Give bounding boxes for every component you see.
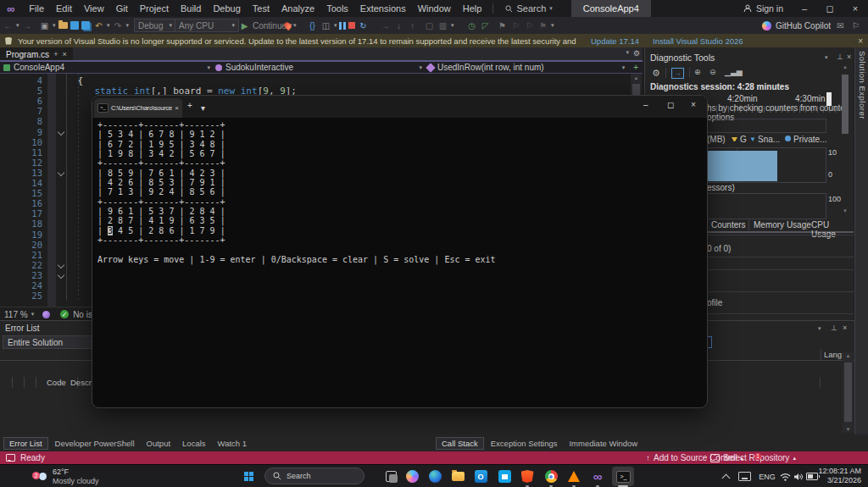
menu-project[interactable]: Project xyxy=(134,0,175,17)
microsoft-store-icon[interactable] xyxy=(494,465,515,487)
clock[interactable]: 12:08:21 AM 3/21/2026 xyxy=(818,467,861,485)
task-view-button[interactable] xyxy=(381,465,401,487)
terminal-window[interactable]: >_ C:\Users\Charo\source\repos\ × + ▾ – … xyxy=(92,95,708,408)
tool-icon[interactable]: ▢ xyxy=(424,20,435,31)
diagnostics-scrollbar[interactable]: ▲ ▼ xyxy=(840,64,850,217)
solution-explorer-tab[interactable]: Solution Explorer xyxy=(858,51,867,119)
live-property-icon[interactable]: ◸ xyxy=(480,20,491,31)
menu-window[interactable]: Window xyxy=(412,0,457,17)
scope-dropdown[interactable]: Entire Solution▾ xyxy=(3,335,99,349)
select-repository-button[interactable]: Select Repository ▴ xyxy=(710,453,796,462)
copilot-chat-icon[interactable]: ✉ xyxy=(835,20,846,31)
menu-edit[interactable]: Edit xyxy=(50,0,78,17)
clear-bookmarks-icon[interactable]: ⚑ xyxy=(537,20,548,31)
bookmark-icon[interactable]: ⚑ xyxy=(497,20,508,31)
close-tab-icon[interactable]: × xyxy=(175,104,179,112)
sign-in-button[interactable]: Sign in xyxy=(735,3,792,14)
tab-error-list[interactable]: Error List xyxy=(3,437,48,450)
file-explorer-icon[interactable] xyxy=(448,465,468,487)
live-visual-tree-icon[interactable]: ◷ xyxy=(466,20,477,31)
health-check-icon[interactable]: ✓ xyxy=(60,310,69,318)
scroll-up-icon[interactable]: ▲ xyxy=(631,75,642,80)
category-column[interactable] xyxy=(25,377,36,388)
type-dropdown[interactable]: SudokuInteractive ▾ xyxy=(215,63,427,72)
visual-studio-icon[interactable]: ∞ xyxy=(587,465,608,487)
start-button[interactable] xyxy=(239,465,258,487)
zoom-in-icon[interactable]: ⊕ xyxy=(694,68,701,76)
navigate-forward-icon[interactable]: → xyxy=(22,20,33,31)
stop-debugging-icon[interactable] xyxy=(348,22,355,29)
window-position-chevron-icon[interactable]: ▾ xyxy=(818,325,821,332)
terminal-taskbar-button[interactable]: >_ xyxy=(612,467,634,486)
tab-list-chevron-icon[interactable]: ▾ xyxy=(626,49,629,56)
chevron-down-icon[interactable]: ▾ xyxy=(551,22,554,29)
terminal-tab[interactable]: >_ C:\Users\Charo\source\repos\ × xyxy=(94,98,182,118)
chrome-icon[interactable] xyxy=(541,465,561,487)
step-over-icon[interactable]: → xyxy=(380,20,391,31)
menu-tools[interactable]: Tools xyxy=(320,0,354,17)
install-vs2026-link[interactable]: Install Visual Studio 2026 xyxy=(653,36,743,46)
tab-immediate-window[interactable]: Immediate Window xyxy=(564,438,643,449)
widgets-weather-button[interactable]: 2 xyxy=(24,465,49,487)
tab-developer-powershell[interactable]: Developer PowerShell xyxy=(50,438,140,449)
chevron-down-icon[interactable]: ▾ xyxy=(53,22,56,29)
flag-column[interactable] xyxy=(13,377,25,388)
chevron-down-icon[interactable]: ▾ xyxy=(126,22,130,29)
maximize-button[interactable]: ◻ xyxy=(817,0,843,17)
navigate-backward-icon[interactable]: ← xyxy=(3,20,14,31)
member-dropdown[interactable]: UsedInRow(int row, int num) ▾ + xyxy=(427,63,641,72)
configuration-dropdown[interactable]: Debug▾ xyxy=(134,19,176,32)
tab-locals[interactable]: Locals xyxy=(177,438,210,449)
outlook-icon[interactable]: O xyxy=(470,465,491,487)
terminal-title-bar[interactable]: >_ C:\Users\Charo\source\repos\ × + ▾ – … xyxy=(92,96,707,118)
menu-view[interactable]: View xyxy=(78,0,110,17)
tab-exception-settings[interactable]: Exception Settings xyxy=(486,438,563,449)
menu-debug[interactable]: Debug xyxy=(207,0,246,17)
scroll-up-icon[interactable]: ▲ xyxy=(843,353,854,358)
prev-bookmark-icon[interactable]: ⚐ xyxy=(510,20,521,31)
step-into-icon[interactable]: ↓ xyxy=(393,20,404,31)
copilot-app-icon[interactable] xyxy=(402,465,422,487)
language-indicator[interactable]: ENG xyxy=(757,465,777,487)
save-all-icon[interactable] xyxy=(81,21,90,30)
tab-watch-1[interactable]: Watch 1 xyxy=(213,438,253,449)
new-project-icon[interactable]: ▣ xyxy=(39,20,50,31)
chevron-down-icon[interactable]: ▾ xyxy=(451,22,454,29)
redo-icon[interactable]: ↷ xyxy=(113,20,124,31)
tool-icon[interactable]: ▥ xyxy=(437,20,448,31)
feedback-icon[interactable] xyxy=(6,454,15,462)
pause-icon[interactable] xyxy=(339,22,346,30)
error-list-scrollbar[interactable]: ▲ ▼ xyxy=(843,352,854,433)
tab-cpu-usage[interactable]: CPU Usage xyxy=(811,220,854,239)
github-copilot-button[interactable]: GitHub Copilot ✉ ⚐ xyxy=(762,17,861,34)
menu-extensions[interactable]: Extensions xyxy=(354,0,412,17)
open-folder-icon[interactable] xyxy=(58,22,68,29)
minimize-button[interactable]: – xyxy=(643,100,648,109)
close-panel-icon[interactable]: × xyxy=(843,324,847,332)
undo-icon[interactable]: ↶ xyxy=(93,20,104,31)
language-column[interactable]: Lang xyxy=(824,349,842,360)
zoom-level[interactable]: 117 % xyxy=(4,310,28,319)
apply-code-changes-icon[interactable]: {} xyxy=(307,20,318,31)
new-tab-icon[interactable]: + xyxy=(187,101,192,110)
document-options-gear-icon[interactable]: ⚙ xyxy=(633,49,640,58)
battery-icon[interactable] xyxy=(804,465,820,487)
edge-icon[interactable] xyxy=(425,465,445,487)
menu-build[interactable]: Build xyxy=(175,0,207,17)
tray-expand-chevron-icon[interactable] xyxy=(719,465,732,487)
menu-git[interactable]: Git xyxy=(110,0,134,17)
search-control[interactable]: Search ▾ xyxy=(498,3,559,14)
save-icon[interactable] xyxy=(70,21,79,30)
tab-program-cs[interactable]: Program.cs + × xyxy=(0,47,73,61)
restart-icon[interactable]: ↻ xyxy=(358,20,369,31)
hot-reload-button[interactable]: ▾ xyxy=(285,17,297,34)
fold-margin[interactable] xyxy=(0,75,68,304)
close-button[interactable]: × xyxy=(691,100,696,109)
copilot-settings-icon[interactable]: ⚐ xyxy=(850,20,861,31)
update-link[interactable]: Update 17.14 xyxy=(591,36,639,46)
close-tab-icon[interactable]: × xyxy=(62,50,66,58)
close-button[interactable]: × xyxy=(843,0,868,17)
weather-text[interactable]: 62°F Mostly cloudy xyxy=(53,468,99,486)
taskbar-search[interactable]: Search xyxy=(264,468,364,484)
tab-output[interactable]: Output xyxy=(142,438,176,449)
